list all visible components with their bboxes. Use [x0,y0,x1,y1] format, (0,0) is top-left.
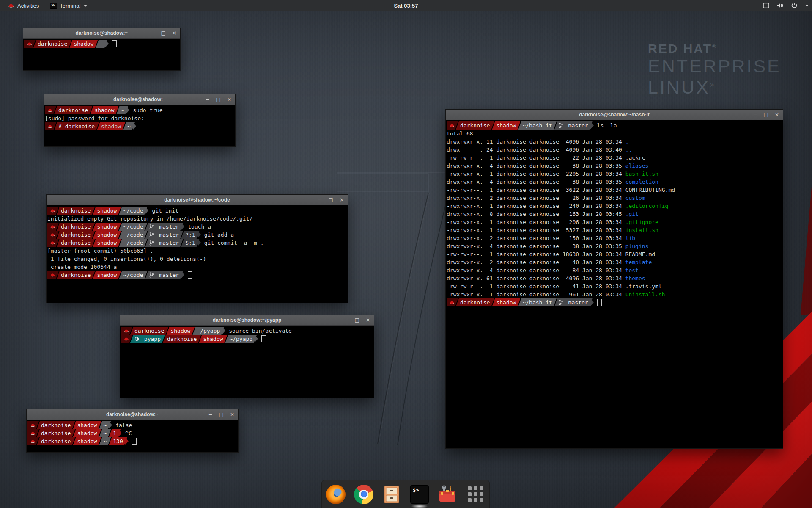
window-titlebar[interactable]: darknoise@shadow:~/bash-it − □ × [446,110,783,120]
brand-line-1: RED HAT® [648,39,781,56]
terminal-window-pyapp[interactable]: darknoise@shadow:~/pyapp − □ × darknoise… [120,315,374,398]
prompt-line: darknoiseshadow~sudo true [45,106,234,114]
window-titlebar[interactable]: darknoise@shadow:~/code − □ × [47,195,348,205]
terminal-window-code[interactable]: darknoise@shadow:~/code − □ × darknoises… [46,194,348,303]
window-titlebar[interactable]: darknoise@shadow:~ − □ × [27,409,238,420]
minimize-button[interactable]: − [344,315,348,325]
dock-item-firefox[interactable] [326,484,346,505]
terminal-cursor [188,271,192,279]
minimize-button[interactable]: − [753,110,757,120]
minimize-button[interactable]: − [206,94,210,105]
prompt-segment: ~/code [119,223,147,231]
terminal-content[interactable]: darknoiseshadow~/bash-it masterls -latot… [446,120,783,308]
firefox-icon [326,485,346,504]
prompt-segment: master [145,223,183,231]
terminal-content[interactable]: darknoiseshadow~/codegit initInitialized… [47,205,348,280]
window-title: darknoise@shadow:~/bash-it [446,110,783,120]
window-titlebar[interactable]: darknoise@shadow:~ − □ × [23,28,180,39]
close-button[interactable]: × [340,195,344,205]
prompt-segment: shadow [199,335,227,343]
volume-icon[interactable] [776,2,784,9]
output-line: -rwxrwxr-x. 1 darknoise darknoise 206 Ja… [447,218,782,226]
redhat-prompt-icon [123,327,129,335]
output-line: drwxrwxr-x. 4 darknoise darknoise 84 Jan… [447,266,782,274]
prompt-line: darknoiseshadow~ [24,40,179,48]
minimize-button[interactable]: − [151,28,155,38]
close-button[interactable]: × [172,28,176,38]
terminal-window-bash-it[interactable]: darknoise@shadow:~/bash-it − □ × darknoi… [445,109,783,449]
file-manager-icon [382,485,401,504]
dock-item-chrome[interactable] [354,484,374,505]
prompt-segment: darknoise [37,437,75,445]
maximize-button[interactable]: □ [216,94,221,105]
maximize-button[interactable]: □ [764,110,768,120]
maximize-button[interactable]: □ [329,195,333,205]
terminal-window-sudo[interactable]: darknoise@shadow:~ − □ × darknoiseshadow… [44,94,236,147]
prompt-segment: darknoise [37,421,75,429]
running-indicator [411,504,428,508]
window-titlebar[interactable]: darknoise@shadow:~/pyapp − □ × [120,315,374,326]
activities-button[interactable]: Activities [3,0,43,11]
output-text: [sudo] password for darknoise: [45,115,144,121]
prompt-line: darknoiseshadow~/pyappsource bin/activat… [121,327,373,335]
power-icon[interactable] [791,2,798,9]
dock: $> [321,480,490,508]
dock-item-app-grid[interactable] [465,484,486,505]
app-menu-terminal[interactable]: $> Terminal [46,0,91,11]
prompt-segment: shadow [166,327,195,335]
output-text: .gitignore [625,219,658,225]
prompt-segment: master [554,121,593,130]
output-text: completion [625,179,658,185]
dock-item-toolbox[interactable] [437,484,458,505]
wallpaper-brand: RED HAT® ENTERPRISE LINUX® [648,39,781,97]
close-button[interactable]: × [227,94,231,105]
brand-line-3: LINUX® [648,76,781,97]
python-venv-icon [134,335,141,343]
terminal-window-home-2[interactable]: darknoise@shadow:~ − □ × darknoiseshadow… [26,409,239,453]
output-line: drwxrwxr-x. 61 darknoise darknoise 4096 … [447,274,782,282]
minimize-button[interactable]: − [318,195,322,205]
terminal-content[interactable]: darknoiseshadow~ [23,39,180,49]
redhat-icon-segment [121,335,132,343]
maximize-button[interactable]: □ [355,315,359,325]
output-line: drwxrwxr-x. 2 darknoise darknoise 26 Jan… [447,194,782,202]
output-line: drwxrwxr-x. 2 darknoise darknoise 150 Ja… [447,234,782,242]
terminal-icon: $> [410,485,429,504]
close-button[interactable]: × [775,110,779,120]
output-text: -rw-rw-r--. 1 darknoise darknoise 18630 … [447,251,625,257]
clock[interactable]: Sat 03:57 [0,3,812,9]
dock-item-terminal[interactable]: $> [409,484,430,505]
window-titlebar[interactable]: darknoise@shadow:~ − □ × [44,94,235,105]
output-text: bash_it.sh [625,171,658,177]
command-text: git commit -a -m . [204,240,264,246]
close-button[interactable]: × [366,315,370,325]
output-line: drwxrwxr-x. 4 darknoise darknoise 38 Jan… [447,242,782,250]
terminal-window-home-1[interactable]: darknoise@shadow:~ − □ × darknoiseshadow… [23,28,181,71]
output-text: -rwxrwxr-x. 1 darknoise darknoise 961 Ja… [447,291,625,298]
output-text: total 68 [447,130,473,137]
dock-item-files[interactable] [381,484,402,505]
close-button[interactable]: × [230,409,234,420]
prompt-line: darknoiseshadow~1^C [27,429,237,437]
terminal-content[interactable]: darknoiseshadow~/pyappsource bin/activat… [120,326,374,344]
output-text: drwxrwxr-x. 2 darknoise darknoise 150 Ja… [447,235,625,241]
redhat-prompt-icon [47,106,53,114]
window-title: darknoise@shadow:~ [27,409,238,420]
maximize-button[interactable]: □ [161,28,166,38]
prompt-segment: darknoise [163,335,201,343]
terminal-content[interactable]: darknoiseshadow~sudo true[sudo] password… [44,105,235,132]
redhat-icon-segment [121,327,132,335]
prompt-segment: master [554,298,593,306]
output-line: -rw-rw-r--. 1 darknoise darknoise 41 Jan… [447,282,782,290]
minimize-button[interactable]: − [208,409,213,420]
system-menu-chevron-icon[interactable] [805,5,809,7]
redhat-icon-segment [47,239,59,247]
prompt-segment: ~/pyapp [192,327,224,335]
redhat-icon-segment [27,429,39,437]
redhat-prompt-icon [50,207,55,215]
screen-layout-icon[interactable] [763,2,770,9]
redhat-icon-segment [47,207,59,215]
command-text: git init [152,207,178,214]
maximize-button[interactable]: □ [219,409,224,420]
terminal-content[interactable]: darknoiseshadow~falsedarknoiseshadow~1^C… [27,420,238,447]
